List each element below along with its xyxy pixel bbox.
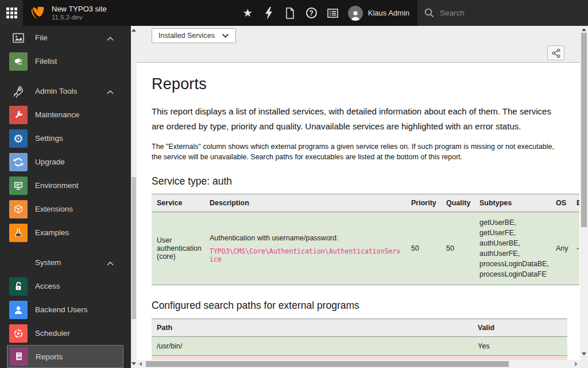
module-label: Upgrade	[35, 158, 65, 166]
open-document-button[interactable]	[280, 0, 301, 26]
site-title: New TYPO3 site	[52, 5, 107, 13]
service-quality-cell: 50	[441, 212, 474, 285]
chevron-up-icon	[107, 33, 114, 43]
document-icon	[285, 7, 295, 19]
top-bar: New TYPO3 site 11.5.2-dev ★ ?	[0, 0, 588, 26]
share-icon	[552, 48, 560, 58]
sidebar-item-scheduler[interactable]: Scheduler	[0, 321, 131, 345]
search-input[interactable]	[440, 9, 555, 17]
page-title: Reports	[152, 75, 580, 93]
avatar	[348, 6, 363, 21]
scheduler-play-icon	[9, 324, 28, 343]
gear-outline-icon	[9, 254, 28, 272]
col-quality: Quality	[441, 194, 474, 212]
system-information-button[interactable]	[322, 0, 343, 26]
scroll-up-arrow[interactable]	[582, 28, 586, 31]
col-valid: Valid	[473, 319, 567, 337]
share-button[interactable]	[547, 45, 564, 60]
col-subtypes: Subtypes	[474, 194, 551, 212]
path-cell	[152, 356, 473, 361]
sidebar-item-reports[interactable]: Reports	[7, 345, 123, 368]
vertical-scrollbar[interactable]	[580, 26, 588, 360]
scroll-down-arrow[interactable]	[582, 352, 586, 355]
report-selector-dropdown[interactable]: Installed Services	[152, 28, 236, 43]
service-class-name: TYPO3\CMS\Core\Authentication\Authentica…	[210, 247, 401, 263]
search-bar	[417, 0, 588, 26]
modules-grid-icon	[6, 7, 17, 18]
module-label: Access	[35, 282, 60, 290]
search-paths-table: Path Valid /usr/bin/ Yes	[152, 319, 567, 360]
horizontal-scrollbar[interactable]	[137, 360, 580, 368]
vertical-scrollbar-thumb[interactable]	[581, 33, 587, 227]
service-name-cell: User authentication (core)	[152, 212, 204, 285]
sidebar-group-file[interactable]: File	[0, 26, 131, 49]
path-row: /usr/bin/ Yes	[152, 337, 567, 356]
sidebar-item-maintenance[interactable]: Maintenance	[0, 103, 131, 126]
sidebar-group-system[interactable]: System	[0, 251, 131, 274]
help-icon: ?	[306, 7, 317, 18]
flask-icon	[9, 224, 28, 242]
group-label: System	[35, 258, 61, 267]
module-group-file: File Filelist	[0, 26, 131, 73]
report-chart-icon	[10, 347, 28, 366]
chevron-up-icon	[107, 258, 114, 268]
path-valid-cell	[473, 356, 567, 361]
help-button[interactable]: ?	[301, 0, 322, 26]
search-icon	[424, 8, 434, 18]
service-type-heading: Service type: auth	[152, 175, 580, 187]
path-valid-cell: Yes	[473, 337, 567, 356]
scroll-down-arrow[interactable]	[131, 362, 136, 365]
module-label: Extensions	[35, 205, 73, 213]
site-home-button[interactable]: New TYPO3 site 11.5.2-dev	[23, 0, 114, 26]
sidebar-scrollbar[interactable]	[131, 26, 137, 368]
module-label: Examples	[35, 228, 69, 237]
sidebar-item-extensions[interactable]: Extensions	[0, 197, 131, 221]
clear-cache-button[interactable]	[258, 0, 280, 26]
image-icon	[9, 29, 28, 47]
system-info-list-icon	[327, 9, 338, 18]
scrollbar-corner	[580, 360, 588, 368]
sidebar-item-environment[interactable]: Environment	[0, 174, 131, 197]
scroll-up-arrow[interactable]	[131, 29, 136, 32]
service-description: Authentication with username/password.	[210, 234, 401, 242]
star-icon: ★	[243, 7, 253, 18]
chevron-up-icon	[107, 86, 114, 97]
report-intro-text: This report displays a list of installed…	[152, 104, 554, 134]
chevron-down-icon	[222, 33, 229, 38]
sidebar-item-access[interactable]: Access	[0, 274, 131, 298]
scroll-left-arrow[interactable]	[139, 362, 142, 366]
module-label: Backend Users	[35, 305, 88, 314]
search-paths-heading: Configured search paths for external pro…	[152, 300, 580, 312]
cube-icon	[9, 200, 28, 218]
padlock-icon	[9, 277, 28, 296]
report-note-text: The "Externals" column shows which exter…	[152, 142, 557, 162]
module-sidebar: File Filelist	[0, 26, 131, 368]
sidebar-item-backend-users[interactable]: Backend Users	[0, 298, 131, 321]
path-row-partial	[152, 356, 567, 361]
paths-table-header-row: Path Valid	[152, 319, 567, 337]
sidebar-scrollbar-thumb[interactable]	[131, 177, 136, 319]
col-service: Service	[152, 194, 204, 212]
module-label: Scheduler	[35, 329, 70, 338]
service-row: User authentication (core) Authenticatio…	[152, 212, 579, 285]
sidebar-item-settings[interactable]: ⚙ Settings	[0, 126, 131, 150]
col-os: OS	[551, 194, 571, 212]
server-monitor-icon	[9, 177, 28, 195]
sidebar-item-examples[interactable]: Examples	[0, 221, 131, 244]
horizontal-scrollbar-thumb[interactable]	[146, 361, 509, 367]
module-label: Filelist	[35, 57, 57, 66]
scroll-right-arrow[interactable]	[575, 362, 578, 366]
bookmarks-button[interactable]: ★	[237, 0, 258, 26]
sidebar-item-filelist[interactable]: Filelist	[0, 49, 131, 73]
module-group-system: System Access Backend User	[0, 251, 131, 368]
modules-menu-button[interactable]	[0, 0, 23, 26]
gear-icon: ⚙	[9, 129, 28, 148]
sidebar-item-upgrade[interactable]: Upgrade	[0, 150, 131, 174]
user-icon	[9, 301, 28, 319]
content-area: Installed Services Reports This report d…	[137, 26, 580, 368]
service-subtypes-cell: getUserBE, getUserFE, authUserBE, authUs…	[474, 212, 551, 285]
service-os-cell: Any	[551, 212, 571, 285]
sidebar-group-admin-tools[interactable]: Admin Tools	[0, 79, 131, 103]
user-menu-button[interactable]: Klaus Admin	[343, 0, 417, 26]
typo3-logo-icon	[30, 5, 46, 21]
